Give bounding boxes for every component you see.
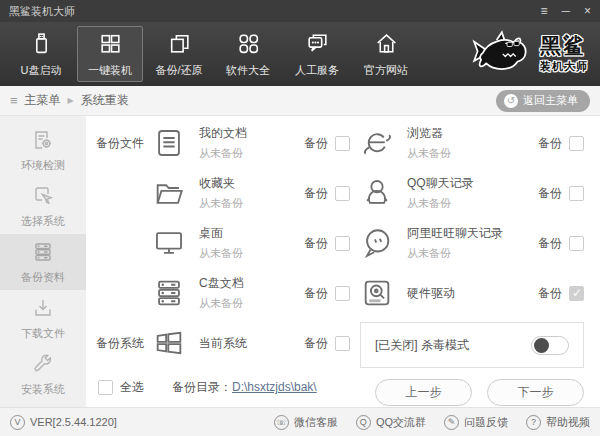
select-all-label: 全选 bbox=[120, 379, 144, 396]
backup-label: 备份 bbox=[304, 285, 328, 302]
download-files-icon bbox=[31, 296, 55, 322]
breadcrumb-root[interactable]: 主菜单 bbox=[25, 92, 61, 109]
sidebar-item-label: 备份资料 bbox=[21, 270, 65, 285]
minimize-icon[interactable]: ─ bbox=[561, 5, 570, 17]
brand-line1: 黑鲨 bbox=[540, 35, 588, 56]
content-area: 环境检测 选择系统 备份资料 下载文件 安装系统 bbox=[0, 116, 600, 407]
desktop-icon bbox=[152, 226, 186, 260]
backup-item-row: QQ聊天记录从未备份 备份 bbox=[356, 168, 590, 218]
nav-item-backup-restore[interactable]: 备份/还原 bbox=[146, 26, 212, 82]
toggle-knob bbox=[534, 338, 549, 353]
sidebar-item-label: 下载文件 bbox=[21, 326, 65, 341]
brand-name: 黑鲨 装机大师 bbox=[540, 35, 588, 74]
sidebar-item-environment-check[interactable]: 环境检测 bbox=[0, 122, 86, 178]
status-bar: V VER[2.5.44.1220] ☏ 微信客服 Q QQ交流群 ✎ 问题反馈… bbox=[0, 407, 600, 436]
next-step-button[interactable]: 下一步 bbox=[487, 379, 584, 406]
version-icon: V bbox=[10, 415, 25, 430]
status-link-label: 微信客服 bbox=[294, 415, 338, 430]
section-label-system: 备份系统 bbox=[90, 335, 152, 352]
menu-icon[interactable]: ≡ bbox=[540, 5, 547, 17]
brand-logo: 黑鲨 装机大师 bbox=[470, 27, 592, 82]
backup-item-status: 从未备份 bbox=[199, 296, 304, 311]
sidebar-item-label: 安装系统 bbox=[21, 382, 65, 397]
feedback-icon: ✎ bbox=[444, 415, 459, 430]
nav-item-label: 备份/还原 bbox=[155, 63, 202, 78]
nav-item-live-support[interactable]: 人工服务 bbox=[284, 26, 350, 82]
backup-item-row: 桌面从未备份 备份 bbox=[90, 218, 356, 268]
backup-label: 备份 bbox=[304, 135, 328, 152]
software-collection-icon bbox=[236, 31, 261, 58]
c-drive-docs-icon bbox=[152, 276, 186, 310]
backup-checkbox-qq-chat[interactable] bbox=[569, 186, 584, 201]
nav-item-usb-boot[interactable]: U盘启动 bbox=[8, 26, 74, 82]
sidebar-item-download-files[interactable]: 下载文件 bbox=[0, 290, 86, 346]
backup-item-title: 当前系统 bbox=[199, 335, 304, 352]
backup-item-row: 收藏夹从未备份 备份 bbox=[90, 168, 356, 218]
feedback-link[interactable]: ✎ 问题反馈 bbox=[444, 415, 508, 430]
backup-files-column: 备份文件 我的文档从未备份 备份 收藏夹从未备份 备份 桌面从 bbox=[90, 118, 356, 407]
sidebar-item-install-system[interactable]: 安装系统 bbox=[0, 346, 86, 402]
nav-item-software-collection[interactable]: 软件大全 bbox=[215, 26, 281, 82]
breadcrumb-current: 系统重装 bbox=[81, 92, 129, 109]
status-link-label: 问题反馈 bbox=[464, 415, 508, 430]
backup-label: 备份 bbox=[304, 235, 328, 252]
antivirus-toggle[interactable] bbox=[531, 336, 569, 355]
nav-item-official-website[interactable]: 官方网站 bbox=[353, 26, 419, 82]
backup-label: 备份 bbox=[538, 285, 562, 302]
current-system-icon bbox=[152, 326, 186, 360]
backup-dir-label: 备份目录： bbox=[172, 379, 232, 396]
previous-step-button[interactable]: 上一步 bbox=[375, 379, 472, 406]
nav-item-one-key-install[interactable]: 一键装机 bbox=[77, 26, 143, 82]
section-label-files: 备份文件 bbox=[90, 135, 152, 152]
backup-item-title: 收藏夹 bbox=[199, 175, 304, 192]
shark-logo-icon bbox=[470, 27, 532, 82]
backup-checkbox-current-system[interactable] bbox=[335, 336, 350, 351]
close-icon[interactable]: × bbox=[584, 5, 591, 17]
version-info: V VER[2.5.44.1220] bbox=[10, 415, 117, 430]
backup-data-icon bbox=[31, 240, 55, 266]
backup-item-title: C盘文档 bbox=[199, 275, 304, 292]
status-links: ☏ 微信客服 Q QQ交流群 ✎ 问题反馈 ? 帮助视频 bbox=[274, 415, 590, 430]
backup-item-title: 浏览器 bbox=[407, 125, 538, 142]
sidebar-item-backup-data[interactable]: 备份资料 bbox=[0, 234, 86, 290]
wechat-service-icon: ☏ bbox=[274, 415, 289, 430]
back-to-main-menu-button[interactable]: ↺ 返回主菜单 bbox=[496, 90, 590, 112]
my-documents-icon bbox=[152, 126, 186, 160]
nav-item-label: 软件大全 bbox=[226, 63, 270, 78]
backup-item-row: 硬件驱动 备份 bbox=[356, 268, 590, 318]
backup-item-status: 从未备份 bbox=[199, 146, 304, 161]
backup-item-title: 硬件驱动 bbox=[407, 285, 538, 302]
sidebar-item-select-system[interactable]: 选择系统 bbox=[0, 178, 86, 234]
qq-group-icon: Q bbox=[356, 415, 371, 430]
backup-label: 备份 bbox=[538, 135, 562, 152]
backup-checkbox-browser[interactable] bbox=[569, 136, 584, 151]
favorites-folder-icon bbox=[152, 176, 186, 210]
backup-checkbox-favorites[interactable] bbox=[335, 186, 350, 201]
qq-group-link[interactable]: Q QQ交流群 bbox=[356, 415, 426, 430]
select-system-icon bbox=[31, 184, 55, 210]
help-video-link[interactable]: ? 帮助视频 bbox=[526, 415, 590, 430]
sidebar-item-label: 选择系统 bbox=[21, 214, 65, 229]
backup-dir-link[interactable]: D:\hsxtzjds\bak\ bbox=[232, 380, 317, 394]
backup-item-title: 阿里旺旺聊天记录 bbox=[407, 225, 538, 242]
backup-checkbox-desktop[interactable] bbox=[335, 236, 350, 251]
official-website-icon bbox=[374, 31, 399, 58]
aliwangwang-chat-icon bbox=[360, 226, 394, 260]
live-support-icon bbox=[305, 31, 330, 58]
status-link-label: QQ交流群 bbox=[376, 415, 426, 430]
backup-checkbox-c-drive-docs[interactable] bbox=[335, 286, 350, 301]
nav-item-label: 人工服务 bbox=[295, 63, 339, 78]
backup-checkbox-my-documents[interactable] bbox=[335, 136, 350, 151]
usb-drive-icon bbox=[29, 31, 54, 58]
backup-label: 备份 bbox=[304, 335, 328, 352]
backup-item-row: 备份文件 我的文档从未备份 备份 bbox=[90, 118, 356, 168]
select-all-checkbox[interactable] bbox=[98, 380, 113, 395]
backup-item-status: 从未备份 bbox=[407, 246, 538, 261]
wechat-service-link[interactable]: ☏ 微信客服 bbox=[274, 415, 338, 430]
antivirus-mode-box: [已关闭] 杀毒模式 bbox=[360, 322, 584, 368]
backup-checkbox-aliwangwang[interactable] bbox=[569, 236, 584, 251]
backup-checkbox-hardware-driver[interactable] bbox=[569, 286, 584, 301]
backup-item-status: 从未备份 bbox=[407, 146, 538, 161]
sidebar-item-label: 环境检测 bbox=[21, 158, 65, 173]
wizard-buttons: 上一步 下一步 bbox=[356, 379, 584, 406]
